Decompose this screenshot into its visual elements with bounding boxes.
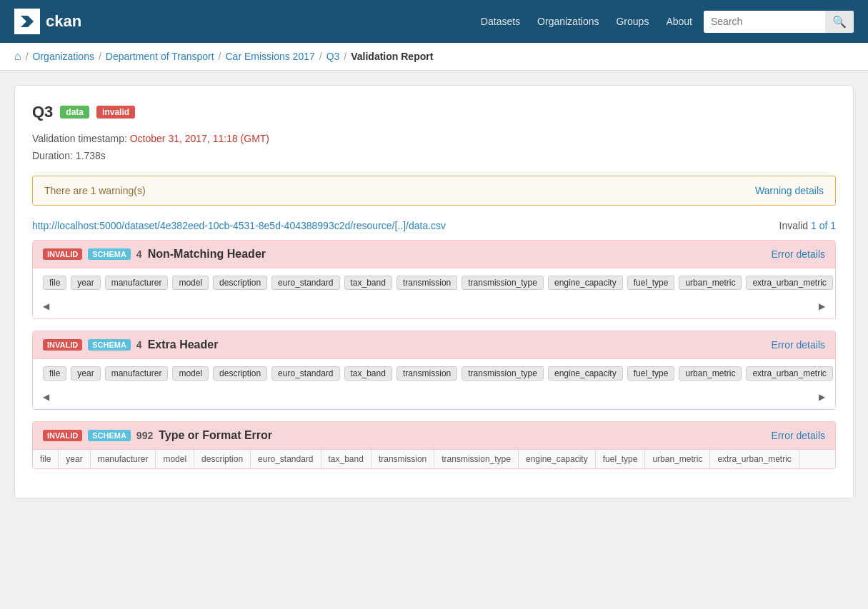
main-nav: Datasets Organizations Groups About bbox=[481, 16, 692, 27]
error-details-link-1[interactable]: Error details bbox=[772, 339, 825, 351]
table-cell-engine_capacity: engine_capacity bbox=[519, 450, 596, 468]
table-cell-urban_metric: urban_metric bbox=[645, 450, 710, 468]
warning-text: There are 1 warning(s) bbox=[44, 185, 146, 196]
breadcrumb-dataset[interactable]: Car Emissions 2017 bbox=[225, 51, 314, 62]
table-cell-tax_band: tax_band bbox=[321, 450, 371, 468]
scroll-left-0[interactable]: ◀ bbox=[43, 301, 49, 311]
nav-datasets[interactable]: Datasets bbox=[481, 16, 520, 27]
tag-tax_band: tax_band bbox=[344, 276, 392, 290]
home-icon: ⌂ bbox=[14, 50, 21, 63]
error-details-link-2[interactable]: Error details bbox=[772, 430, 825, 441]
tag-fuel_type: fuel_type bbox=[627, 366, 675, 381]
invalid-count: Invalid 1 of 1 bbox=[779, 220, 836, 231]
duration-value: 1.738s bbox=[76, 150, 106, 161]
error-block-2: INVALIDSCHEMA992Type or Format ErrorErro… bbox=[32, 421, 836, 469]
scroll-right-0[interactable]: ▶ bbox=[819, 301, 825, 311]
tag-extra_urban_metric: extra_urban_metric bbox=[746, 366, 832, 381]
error-title-0: Non-Matching Header bbox=[148, 248, 766, 261]
error-blocks: INVALIDSCHEMA4Non-Matching HeaderError d… bbox=[32, 240, 836, 469]
search-input[interactable] bbox=[704, 11, 825, 31]
logo-icon bbox=[14, 9, 40, 34]
resource-name: Q3 bbox=[32, 103, 53, 121]
resource-url-link[interactable]: http://localhost:5000/dataset/4e382eed-1… bbox=[32, 220, 446, 231]
nav-about[interactable]: About bbox=[666, 16, 692, 27]
tag-transmission_type: transmission_type bbox=[462, 366, 544, 381]
table-cell-model: model bbox=[156, 450, 194, 468]
scroll-arrows-0: ◀ ▶ bbox=[43, 300, 825, 313]
tag-transmission: transmission bbox=[396, 366, 457, 381]
resource-title-row: Q3 data invalid bbox=[32, 103, 836, 121]
tag-model: model bbox=[172, 276, 209, 290]
nav-organizations[interactable]: Organizations bbox=[537, 16, 599, 27]
breadcrumb-department[interactable]: Department of Transport bbox=[106, 51, 214, 62]
tag-fuel_type: fuel_type bbox=[627, 276, 675, 290]
main-content: Q3 data invalid Validation timestamp: Oc… bbox=[0, 71, 868, 513]
error-badge-invalid-1: INVALID bbox=[43, 339, 82, 351]
scroll-left-1[interactable]: ◀ bbox=[43, 392, 49, 402]
validation-timestamp: Validation timestamp: October 31, 2017, … bbox=[32, 133, 836, 144]
tag-model: model bbox=[172, 366, 209, 381]
error-badge-schema-1: SCHEMA bbox=[88, 339, 131, 351]
scrollbar-row-1[interactable]: ◀ ▶ bbox=[33, 388, 835, 409]
badge-data: data bbox=[60, 106, 89, 119]
duration-label: Duration: bbox=[32, 150, 76, 161]
breadcrumb-sep-3: / bbox=[219, 51, 221, 62]
breadcrumb-current: Validation Report bbox=[351, 51, 433, 62]
table-header-row-2: fileyearmanufacturermodeldescriptioneuro… bbox=[33, 449, 835, 468]
breadcrumb-sep-1: / bbox=[26, 51, 29, 62]
table-cell-manufacturer: manufacturer bbox=[91, 450, 156, 468]
error-count-2: 992 bbox=[136, 430, 153, 441]
breadcrumb-sep-2: / bbox=[99, 51, 101, 62]
scrollbar-row-0[interactable]: ◀ ▶ bbox=[33, 297, 835, 318]
table-cell-fuel_type: fuel_type bbox=[596, 450, 646, 468]
error-count-1: 4 bbox=[136, 339, 142, 351]
badge-invalid: invalid bbox=[96, 106, 135, 119]
tag-urban_metric: urban_metric bbox=[679, 366, 742, 381]
tag-extra_urban_metric: extra_urban_metric bbox=[746, 276, 832, 290]
error-block-1: INVALIDSCHEMA4Extra HeaderError detailsf… bbox=[32, 331, 836, 410]
table-cell-euro_standard: euro_standard bbox=[251, 450, 321, 468]
tag-transmission: transmission bbox=[396, 276, 457, 290]
site-logo[interactable]: ckan bbox=[14, 9, 81, 34]
tag-euro_standard: euro_standard bbox=[271, 366, 339, 381]
nav-groups[interactable]: Groups bbox=[616, 16, 649, 27]
error-count-0: 4 bbox=[136, 248, 142, 260]
tag-row-1: fileyearmanufacturermodeldescriptioneuro… bbox=[33, 358, 835, 388]
error-title-2: Type or Format Error bbox=[159, 429, 765, 442]
tag-manufacturer: manufacturer bbox=[105, 276, 169, 290]
tag-row-0: fileyearmanufacturermodeldescriptioneuro… bbox=[33, 268, 835, 297]
breadcrumb-resource[interactable]: Q3 bbox=[326, 51, 340, 62]
tag-description: description bbox=[213, 276, 267, 290]
invalid-label: Invalid bbox=[779, 220, 808, 231]
warning-details-link[interactable]: Warning details bbox=[755, 185, 824, 196]
error-title-1: Extra Header bbox=[148, 338, 766, 351]
tag-engine_capacity: engine_capacity bbox=[548, 276, 623, 290]
table-cell-extra_urban_metric: extra_urban_metric bbox=[710, 450, 799, 468]
resource-url-row: http://localhost:5000/dataset/4e382eed-1… bbox=[32, 220, 836, 231]
tag-euro_standard: euro_standard bbox=[271, 276, 339, 290]
breadcrumb-organizations[interactable]: Organizations bbox=[33, 51, 94, 62]
error-block-0: INVALIDSCHEMA4Non-Matching HeaderError d… bbox=[32, 240, 836, 319]
tag-urban_metric: urban_metric bbox=[679, 276, 742, 290]
tag-manufacturer: manufacturer bbox=[105, 366, 169, 381]
error-details-link-0[interactable]: Error details bbox=[772, 248, 825, 260]
scroll-arrows-1: ◀ ▶ bbox=[43, 391, 825, 403]
scroll-right-1[interactable]: ▶ bbox=[819, 392, 825, 402]
error-badge-schema-0: SCHEMA bbox=[88, 248, 131, 260]
search-button[interactable]: 🔍 bbox=[825, 11, 854, 33]
search-box: 🔍 bbox=[704, 11, 854, 33]
tag-tax_band: tax_band bbox=[344, 366, 392, 381]
site-header: ckan Datasets Organizations Groups About… bbox=[0, 0, 868, 43]
tag-file: file bbox=[43, 276, 66, 290]
tag-description: description bbox=[213, 366, 267, 381]
tag-year: year bbox=[71, 366, 100, 381]
timestamp-value: October 31, 2017, 11:18 (GMT) bbox=[130, 133, 269, 144]
duration-row: Duration: 1.738s bbox=[32, 150, 836, 161]
breadcrumb-sep-4: / bbox=[319, 51, 322, 62]
validation-card: Q3 data invalid Validation timestamp: Oc… bbox=[14, 85, 854, 498]
table-cell-file: file bbox=[33, 450, 59, 468]
error-badge-invalid-0: INVALID bbox=[43, 248, 82, 260]
tag-year: year bbox=[71, 276, 100, 290]
invalid-of-link[interactable]: 1 of 1 bbox=[811, 220, 836, 231]
breadcrumb-sep-5: / bbox=[344, 51, 346, 62]
